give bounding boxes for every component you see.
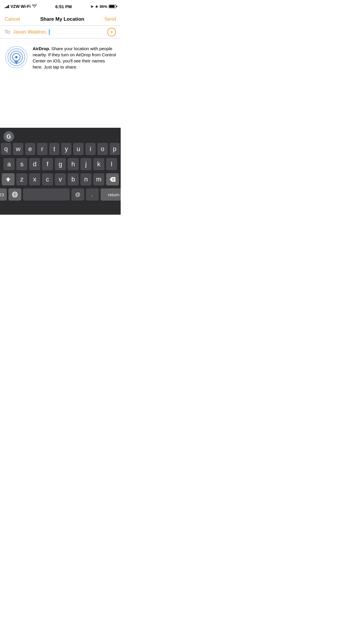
airdrop-description: AirDrop. Share your location with people… (33, 46, 116, 70)
key-t[interactable]: t (49, 143, 59, 155)
key-x[interactable]: x (29, 173, 40, 186)
key-rows: q w e r t y u i o p a s d f g h j k l (0, 143, 121, 205)
key-y[interactable]: y (61, 143, 71, 155)
cancel-button[interactable]: Cancel (5, 16, 20, 22)
airdrop-icon (5, 46, 28, 69)
status-right: ➤ ∗ 85% (90, 4, 116, 9)
location-icon: ➤ (90, 4, 94, 9)
nav-bar: Cancel Share My Location Send (0, 13, 121, 26)
page-title: Share My Location (40, 16, 84, 22)
key-c[interactable]: c (42, 173, 53, 186)
content-area: AirDrop. Share your location with people… (0, 38, 121, 77)
status-bar: VZW Wi-Fi 6:51 PM ➤ ∗ 85% (0, 0, 121, 13)
status-left: VZW Wi-Fi (5, 4, 37, 9)
recipient-chip: Jason Waldron, (13, 29, 47, 35)
key-i[interactable]: i (85, 143, 96, 155)
carrier-label: VZW Wi-Fi (10, 4, 31, 9)
key-n[interactable]: n (80, 173, 92, 186)
key-p[interactable]: p (110, 143, 120, 155)
key-row-4: 123 @ . return (1, 188, 120, 201)
google-icon: G (3, 131, 14, 142)
key-row-2: a s d f g h j k l (1, 158, 120, 170)
key-b[interactable]: b (68, 173, 79, 186)
battery-icon (109, 5, 116, 8)
battery-percent: 85% (100, 4, 107, 9)
home-indicator-bar (0, 205, 121, 215)
key-f[interactable]: f (42, 158, 53, 170)
suggestion-bar: G (0, 130, 121, 143)
at-key[interactable]: @ (71, 188, 84, 201)
numbers-key[interactable]: 123 (0, 188, 7, 201)
signal-icon (5, 5, 9, 8)
to-field: To: Jason Waldron, + (0, 26, 121, 38)
key-q[interactable]: q (1, 143, 11, 155)
key-d[interactable]: d (29, 158, 40, 170)
return-key[interactable]: return (101, 188, 121, 201)
svg-point-4 (15, 56, 17, 58)
keyboard: G q w e r t y u i o p a s d f g h j k l (0, 128, 121, 215)
globe-key[interactable] (8, 188, 21, 201)
key-m[interactable]: m (93, 173, 104, 186)
airdrop-title: AirDrop. (33, 46, 50, 51)
bluetooth-icon: ∗ (95, 4, 98, 9)
shift-key[interactable] (2, 173, 15, 186)
key-row-3: z x c v b n m (1, 173, 120, 186)
key-u[interactable]: u (73, 143, 83, 155)
to-label: To: (5, 29, 11, 35)
key-a[interactable]: a (3, 158, 15, 170)
delete-key[interactable] (106, 173, 119, 186)
key-e[interactable]: e (25, 143, 35, 155)
key-k[interactable]: k (93, 158, 104, 170)
key-r[interactable]: r (37, 143, 47, 155)
google-button[interactable]: G (2, 130, 15, 143)
key-h[interactable]: h (68, 158, 79, 170)
key-j[interactable]: j (80, 158, 92, 170)
key-w[interactable]: w (13, 143, 23, 155)
period-key[interactable]: . (86, 188, 99, 201)
send-button[interactable]: Send (104, 16, 116, 22)
status-time: 6:51 PM (55, 4, 72, 9)
key-s[interactable]: s (16, 158, 27, 170)
wifi-icon (32, 4, 37, 9)
key-v[interactable]: v (55, 173, 66, 186)
key-z[interactable]: z (16, 173, 27, 186)
key-g[interactable]: g (55, 158, 66, 170)
add-recipient-button[interactable]: + (107, 28, 116, 36)
text-cursor (49, 29, 50, 35)
key-l[interactable]: l (106, 158, 117, 170)
key-row-1: q w e r t y u i o p (1, 143, 120, 155)
space-key[interactable] (23, 188, 70, 201)
key-o[interactable]: o (97, 143, 108, 155)
